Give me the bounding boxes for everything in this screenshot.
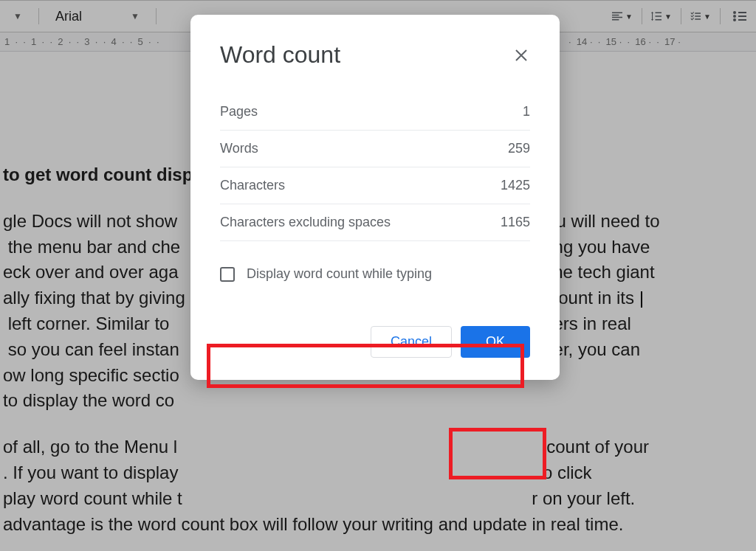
ok-button[interactable]: OK: [461, 326, 530, 358]
svg-point-0: [733, 11, 736, 14]
checkbox-label: Display word count while typing: [247, 266, 432, 282]
chevron-down-icon: ▼: [664, 13, 672, 21]
stat-words: Words 259: [220, 131, 530, 167]
font-dropdown[interactable]: Arial ▼: [48, 6, 147, 27]
checklist-icon[interactable]: ▼: [690, 6, 711, 27]
bulleted-list-icon[interactable]: [729, 6, 750, 27]
dialog-title: Word count: [220, 41, 340, 69]
chevron-down-icon: ▼: [13, 11, 22, 21]
svg-point-2: [733, 18, 736, 21]
doc-paragraph: of all, go to the Menu l count of your .…: [3, 434, 753, 537]
cancel-button[interactable]: Cancel: [371, 326, 452, 358]
stat-value: 1165: [501, 215, 530, 230]
toolbar-separator: [38, 8, 39, 24]
stat-label: Words: [220, 141, 258, 156]
font-name: Arial: [55, 9, 82, 24]
display-while-typing-checkbox[interactable]: Display word count while typing: [220, 259, 530, 289]
chevron-down-icon: ▼: [625, 13, 633, 21]
close-icon[interactable]: [512, 46, 530, 64]
chevron-down-icon: ▼: [131, 11, 140, 21]
stat-label: Characters: [220, 178, 285, 193]
stat-characters: Characters 1425: [220, 167, 530, 204]
stat-label: Pages: [220, 104, 258, 119]
toolbar-separator: [681, 8, 681, 24]
stat-pages: Pages 1: [220, 94, 530, 131]
line-spacing-icon[interactable]: ▼: [651, 6, 672, 27]
stat-value: 1: [523, 104, 530, 119]
word-count-dialog: Word count Pages 1 Words 259 Characters …: [190, 15, 560, 380]
stat-value: 259: [508, 141, 530, 156]
checkbox-icon[interactable]: [220, 267, 235, 282]
style-dropdown[interactable]: ▼: [6, 8, 30, 24]
chevron-down-icon: ▼: [704, 13, 711, 21]
toolbar-separator: [642, 8, 642, 24]
toolbar-separator: [720, 8, 721, 24]
toolbar-separator: [156, 8, 157, 24]
align-icon[interactable]: ▼: [612, 6, 633, 27]
stat-value: 1425: [501, 178, 530, 193]
stat-label: Characters excluding spaces: [220, 215, 391, 230]
stat-characters-no-spaces: Characters excluding spaces 1165: [220, 204, 530, 241]
svg-point-1: [733, 15, 736, 18]
